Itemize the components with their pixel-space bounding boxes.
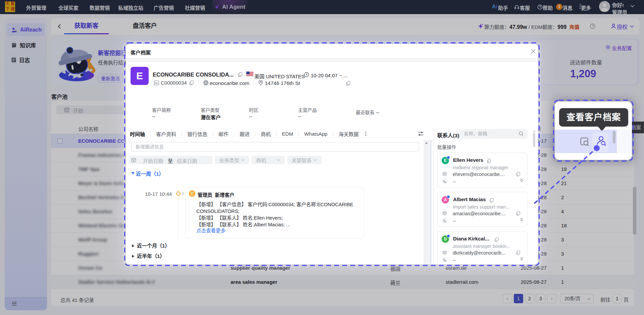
- svg-text:No: No: [155, 82, 158, 84]
